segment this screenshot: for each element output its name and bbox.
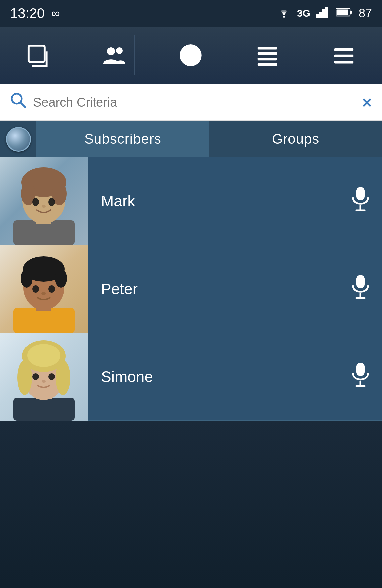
svg-point-30 (32, 198, 39, 206)
svg-rect-2 (319, 12, 322, 18)
svg-rect-48 (13, 398, 75, 421)
svg-point-55 (32, 373, 39, 380)
svg-rect-3 (322, 9, 325, 18)
svg-point-32 (42, 205, 46, 208)
microphone-icon-peter (351, 274, 370, 303)
contact-item-peter[interactable]: Peter (0, 245, 382, 333)
svg-rect-20 (334, 55, 353, 57)
svg-point-54 (27, 344, 60, 367)
menu-button[interactable] (324, 35, 364, 75)
svg-point-56 (48, 373, 55, 380)
svg-rect-33 (356, 187, 365, 200)
svg-point-12 (186, 45, 195, 66)
globe-button[interactable] (171, 35, 211, 75)
search-icon (10, 92, 27, 113)
contact-name-wrap-peter: Peter (88, 245, 339, 333)
svg-line-23 (20, 102, 25, 107)
tab-orb-icon (0, 121, 36, 157)
svg-rect-8 (29, 46, 45, 62)
svg-rect-17 (258, 58, 277, 60)
svg-rect-4 (325, 7, 328, 18)
svg-point-31 (48, 198, 55, 206)
contact-item-simone[interactable]: Simone (0, 333, 382, 421)
svg-rect-45 (356, 275, 365, 288)
svg-point-44 (41, 292, 46, 295)
svg-point-43 (48, 285, 55, 293)
contact-name-peter: Peter (101, 280, 138, 298)
svg-point-52 (17, 360, 32, 395)
svg-rect-16 (258, 52, 277, 55)
top-toolbar (0, 27, 382, 84)
contact-mic-peter[interactable] (339, 245, 382, 333)
tab-subscribers[interactable]: Subscribers (36, 121, 209, 157)
tabs-row: Subscribers Groups (0, 121, 382, 157)
svg-rect-21 (334, 61, 353, 63)
contact-photo-peter (0, 245, 88, 333)
svg-point-0 (283, 16, 285, 18)
contact-name-wrap-simone: Simone (88, 333, 339, 420)
svg-point-57 (42, 380, 46, 383)
contact-photo-mark (0, 157, 88, 245)
contact-name-wrap-mark: Mark (88, 157, 339, 245)
status-time: 13:20 (10, 5, 45, 21)
people-button[interactable] (95, 35, 135, 75)
search-clear-button[interactable]: × (362, 92, 372, 112)
svg-point-41 (55, 269, 67, 288)
bottom-area (0, 421, 382, 588)
svg-point-9 (107, 47, 115, 55)
svg-point-42 (32, 285, 39, 293)
list-button[interactable] (247, 35, 287, 75)
microphone-icon-simone (351, 362, 370, 391)
contact-item-mark[interactable]: Mark (0, 157, 382, 245)
svg-rect-19 (334, 48, 353, 51)
contact-list: Mark (0, 157, 382, 421)
square-button[interactable] (18, 35, 58, 75)
svg-rect-24 (13, 220, 75, 245)
contact-mic-simone[interactable] (339, 333, 382, 421)
contact-name-mark: Mark (101, 192, 135, 210)
wifi-icon (277, 6, 291, 21)
status-left: 13:20 ∞ (10, 5, 60, 21)
signal-bars-icon (316, 6, 330, 21)
signal-3g: 3G (297, 8, 310, 19)
svg-rect-36 (13, 308, 75, 333)
contact-name-simone: Simone (101, 368, 153, 386)
search-input[interactable] (33, 95, 355, 110)
contact-mic-mark[interactable] (339, 157, 382, 245)
svg-rect-58 (356, 363, 365, 376)
svg-rect-1 (316, 14, 319, 18)
svg-rect-7 (350, 11, 352, 14)
svg-rect-6 (336, 10, 348, 15)
status-bar: 13:20 ∞ 3G (0, 0, 382, 27)
battery-icon (336, 6, 353, 20)
svg-point-10 (116, 47, 123, 54)
microphone-icon-mark (351, 187, 370, 216)
svg-rect-18 (258, 63, 277, 66)
status-right: 3G 87 (277, 6, 372, 21)
battery-percent: 87 (359, 6, 372, 20)
tab-groups[interactable]: Groups (209, 121, 382, 157)
contact-photo-simone (0, 333, 88, 421)
svg-point-53 (56, 360, 70, 395)
svg-point-40 (21, 269, 32, 288)
status-infinity: ∞ (51, 6, 60, 20)
svg-rect-15 (258, 47, 277, 49)
search-bar: × (0, 84, 382, 121)
